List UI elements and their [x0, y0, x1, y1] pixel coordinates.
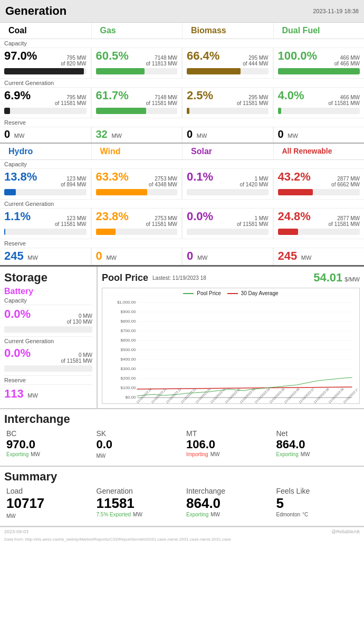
renewables-reserve-label: Reserve [0, 239, 364, 248]
dualfuel-capacity: 100.0% 466 MWof 466 MW [273, 48, 365, 78]
capacity-data-row: 97.0% 795 MWof 820 MW 60.5% 7148 MWof 11… [0, 48, 364, 79]
svg-text:11/18/2023 23: 11/18/2023 23 [180, 387, 197, 404]
interchange-grid: BC 970.0 Exporting MW SK 0.0 MW MT 106.0… [0, 427, 364, 466]
gas-current: 61.7% 7148 MWof 11581 MW [91, 88, 183, 118]
allrenewable-label: All Renewable [273, 144, 365, 159]
svg-text:$200.00: $200.00 [121, 376, 136, 381]
solar-capacity: 0.1% 1 MWof 1420 MW [182, 169, 273, 199]
renewables-current-row: 1.1% 123 MWof 11581 MW 23.8% 2753 MWof 1… [0, 209, 364, 239]
fuel-labels-row: Coal Gas Biomass Dual Fuel [0, 23, 364, 39]
renewables-capacity-label: Capacity [0, 160, 364, 169]
generation-title: Generation [5, 4, 66, 18]
battery-label: Battery [4, 287, 92, 296]
dualfuel-label: Dual Fuel [273, 23, 365, 39]
hydro-current: 1.1% 123 MWof 11581 MW [0, 209, 91, 239]
load-cell: Load 10717 MW [2, 485, 92, 522]
hydro-capacity: 13.8% 123 MWof 894 MW [0, 169, 91, 199]
generation-header: Generation 2023-11-19 18:38 [0, 0, 364, 23]
storage-title: Storage [4, 271, 92, 285]
current-gen-row: 6.9% 795 MWof 11581 MW 61.7% 7148 MWof 1… [0, 88, 364, 118]
dualfuel-current: 4.0% 466 MWof 11581 MW [273, 88, 365, 118]
wind-current: 23.8% 2753 MWof 11581 MW [91, 209, 183, 239]
gas-capacity: 60.5% 7148 MWof 11813 MW [91, 48, 183, 78]
renewables-capacity-row: 13.8% 123 MWof 894 MW 63.3% 2753 MWof 43… [0, 169, 364, 200]
svg-text:11/19/2023 08: 11/19/2023 08 [313, 387, 330, 404]
allrenewable-capacity: 43.2% 2877 MWof 6662 MW [273, 169, 365, 199]
coal-label: Coal [0, 23, 91, 39]
svg-text:$0.00: $0.00 [125, 395, 136, 400]
biomass-label: Biomass [182, 23, 273, 39]
battery-reserve: 113 MW [4, 385, 92, 403]
allrenewable-reserve: 245 MW [273, 248, 365, 265]
pool-header: Pool Price Lastest: 11/19/2023 18 54.01 … [102, 271, 360, 285]
summary-title: Summary [4, 470, 57, 483]
coal-reserve: 0 MW [0, 127, 91, 143]
storage-section: Storage Battery Capacity 0.0% 0 MWof 130… [0, 267, 98, 408]
chart-legend: Pool Price 30 Day Average [104, 290, 357, 296]
bc-cell: BC 970.0 Exporting MW [2, 427, 92, 461]
wind-reserve: 0 MW [91, 248, 183, 265]
battery-capacity-label: Capacity [4, 297, 92, 305]
biomass-current: 2.5% 295 MWof 11581 MW [182, 88, 273, 118]
reserve-label: Reserve [0, 118, 364, 127]
svg-text:$1,000.00: $1,000.00 [117, 300, 136, 305]
battery-capacity-data: 0.0% 0 MWof 130 MW [4, 305, 92, 336]
pool-price-chart: Pool Price 30 Day Average $1,000.00 $900… [102, 288, 360, 404]
reserve-row: 0 MW 32 MW 0 MW 0 MW [0, 127, 364, 144]
battery-current-data: 0.0% 0 MWof 11581 MW [4, 344, 92, 375]
mt-cell: MT 106.0 Importing MW [182, 427, 272, 461]
svg-text:$800.00: $800.00 [121, 319, 136, 324]
svg-text:11/19/2023 10: 11/19/2023 10 [342, 387, 357, 404]
battery-current-label: Current Generation [4, 336, 92, 344]
solar-current: 0.0% 1 MWof 11581 MW [182, 209, 273, 239]
capacity-section-label: Capacity [0, 39, 364, 48]
coal-capacity: 97.0% 795 MWof 820 MW [0, 48, 91, 78]
storage-poolprice-section: Storage Battery Capacity 0.0% 0 MWof 130… [0, 267, 364, 409]
dualfuel-reserve: 0 MW [273, 127, 365, 143]
wind-label: Wind [91, 144, 183, 159]
svg-text:11/19/2023 00: 11/19/2023 00 [195, 387, 212, 404]
renewables-current-label: Current Generation [0, 200, 364, 209]
net-cell: Net 864.0 Exporting MW [272, 427, 362, 461]
wind-capacity: 63.3% 2753 MWof 4348 MW [91, 169, 183, 199]
svg-text:$300.00: $300.00 [121, 366, 136, 371]
summary-section: Summary Load 10717 MW Generation 11581 7… [0, 467, 364, 527]
allrenewable-current: 24.8% 2877 MWof 11581 MW [273, 209, 365, 239]
interchange-title: Interchange [4, 412, 70, 426]
biomass-reserve: 0 MW [182, 127, 273, 143]
svg-text:11/19/2023 06: 11/19/2023 06 [283, 387, 300, 404]
feelslike-cell: Feels Like 5 Edmonton °C [272, 485, 362, 522]
footer-note: Data from: http://ets.aeso.ca/ets_web/ip… [0, 536, 364, 543]
svg-text:$900.00: $900.00 [121, 309, 136, 314]
svg-text:$600.00: $600.00 [121, 338, 136, 343]
svg-text:$500.00: $500.00 [121, 347, 136, 352]
summary-grid: Load 10717 MW Generation 11581 7.5% Expo… [0, 485, 364, 526]
pool-price-section: Pool Price Lastest: 11/19/2023 18 54.01 … [98, 267, 364, 408]
gas-reserve: 32 MW [91, 127, 183, 143]
solar-reserve: 0 MW [182, 248, 273, 265]
solar-label: Solar [182, 144, 273, 159]
footer: 2023-09-03 @ReliableAB [0, 527, 364, 536]
biomass-capacity: 66.4% 295 MWof 444 MW [182, 48, 273, 78]
gas-label: Gas [91, 23, 183, 39]
svg-text:11/19/2023 04: 11/19/2023 04 [254, 387, 271, 404]
svg-text:11/19/2023 09: 11/19/2023 09 [328, 387, 344, 404]
interchange-header: Interchange [0, 409, 364, 427]
svg-text:$100.00: $100.00 [121, 385, 136, 390]
hydro-reserve: 245 MW [0, 248, 91, 265]
renewables-labels-row: Hydro Wind Solar All Renewable [0, 144, 364, 160]
hydro-label: Hydro [0, 144, 91, 159]
sk-cell: SK 0.0 MW [92, 427, 183, 461]
svg-text:11/19/2023 05: 11/19/2023 05 [269, 387, 285, 404]
coal-current: 6.9% 795 MWof 11581 MW [0, 88, 91, 118]
renewables-reserve-row: 245 MW 0 MW 0 MW 245 MW [0, 248, 364, 267]
summary-header: Summary [0, 467, 364, 485]
svg-text:11/18/2023 22: 11/18/2023 22 [165, 387, 182, 404]
svg-text:$700.00: $700.00 [121, 328, 136, 333]
gen-cell: Generation 11581 7.5% Exported MW [92, 485, 183, 522]
pool-chart-svg: $1,000.00 $900.00 $800.00 $700.00 $600.0… [104, 298, 357, 404]
svg-text:11/19/2023 01: 11/19/2023 01 [209, 387, 226, 404]
timestamp: 2023-11-19 18:38 [313, 8, 359, 14]
battery-reserve-label: Reserve [4, 375, 92, 385]
interchange-section: Interchange BC 970.0 Exporting MW SK 0.0… [0, 409, 364, 467]
